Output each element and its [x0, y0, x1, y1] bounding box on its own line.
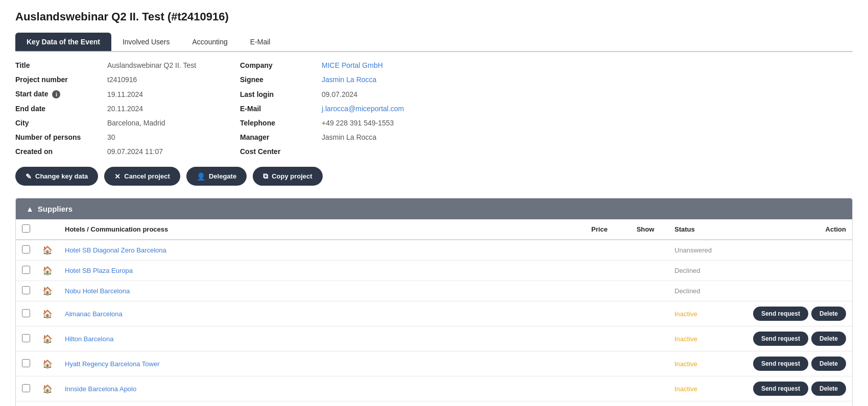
table-row: 🏠Almanac BarcelonaInactiveSend requestDe…	[16, 301, 852, 326]
key-data-grid: Title Auslandswebinar Q2 II. Test Compan…	[15, 61, 853, 156]
value-start-date: 19.11.2024	[107, 90, 240, 98]
show-cell	[622, 401, 668, 406]
tab-involved-users[interactable]: Involved Users	[111, 33, 181, 51]
delegate-button[interactable]: 👤 Delegate	[186, 167, 247, 186]
status-cell: Inactive	[668, 351, 740, 376]
delete-button[interactable]: Delete	[811, 307, 846, 321]
value-created-on: 09.07.2024 11:07	[107, 147, 240, 156]
status-badge: Inactive	[674, 335, 697, 343]
status-badge: Inactive	[674, 310, 697, 318]
show-cell	[622, 301, 668, 326]
action-cell: Send requestDelete	[740, 376, 852, 401]
col-header-action: Action	[740, 219, 852, 240]
hotel-name-link[interactable]: Innside Barcelona Apolo	[65, 385, 136, 393]
row-checkbox[interactable]	[22, 384, 30, 392]
status-cell: Declined	[668, 261, 740, 281]
col-header-name: Hotels / Communication process	[59, 219, 576, 240]
show-cell	[622, 376, 668, 401]
copy-project-button[interactable]: ⧉ Copy project	[253, 167, 322, 186]
price-cell	[576, 281, 622, 301]
tab-email[interactable]: E-Mail	[239, 33, 282, 51]
change-key-data-button[interactable]: ✎ Change key data	[15, 167, 98, 186]
send-request-button[interactable]: Send request	[753, 332, 808, 346]
status-cell: Unanswered	[668, 240, 740, 261]
show-cell	[622, 240, 668, 261]
show-cell	[622, 261, 668, 281]
value-company[interactable]: MICE Portal GmbH	[322, 61, 853, 69]
delete-button[interactable]: Delete	[811, 332, 846, 346]
value-num-persons: 30	[107, 133, 240, 141]
value-title: Auslandswebinar Q2 II. Test	[107, 61, 240, 69]
hotel-name-link[interactable]: Hotel SB Diagonal Zero Barcelona	[65, 246, 166, 254]
value-end-date: 20.11.2024	[107, 105, 240, 113]
price-cell	[576, 301, 622, 326]
value-telephone: +49 228 391 549-1553	[322, 119, 853, 127]
row-checkbox[interactable]	[22, 266, 30, 274]
action-cell: Send requestDelete	[740, 401, 852, 406]
label-project-number: Project number	[15, 75, 107, 84]
row-checkbox[interactable]	[22, 334, 30, 342]
table-row: 🏠Innside Barcelona ApoloInactiveSend req…	[16, 376, 852, 401]
label-city: City	[15, 119, 107, 127]
table-header-row: Hotels / Communication process Price Sho…	[16, 219, 852, 240]
send-request-button[interactable]: Send request	[753, 382, 808, 396]
price-cell	[576, 401, 622, 406]
value-project-number: t2410916	[107, 75, 240, 84]
send-request-button[interactable]: Send request	[753, 357, 808, 371]
status-cell: Inactive	[668, 301, 740, 326]
tab-key-data[interactable]: Key Data of the Event	[15, 33, 111, 51]
table-row: 🏠Hyatt Regency Barcelona TowerInactiveSe…	[16, 351, 852, 376]
hotel-name-link[interactable]: Nobu Hotel Barcelona	[65, 287, 130, 295]
hotel-icon: 🏠	[42, 287, 53, 295]
label-last-login: Last login	[240, 90, 322, 98]
hotel-name-link[interactable]: Hotel SB Plaza Europa	[65, 267, 133, 274]
status-cell: Inactive	[668, 326, 740, 351]
value-signee[interactable]: Jasmin La Rocca	[322, 75, 853, 84]
status-badge: Declined	[674, 267, 701, 274]
delete-button[interactable]: Delete	[811, 382, 846, 396]
hotel-name-link[interactable]: Hyatt Regency Barcelona Tower	[65, 360, 159, 368]
hotel-icon: 🏠	[42, 246, 53, 255]
status-badge: Inactive	[674, 360, 697, 368]
chevron-up-icon: ▲	[26, 205, 34, 213]
label-cost-center: Cost Center	[240, 147, 322, 156]
info-icon[interactable]: i	[52, 90, 60, 98]
label-signee: Signee	[240, 75, 322, 84]
table-row: 🏠Nobu Hotel BarcelonaDeclined	[16, 281, 852, 301]
table-row: 🏠Hotel SB Plaza EuropaDeclined	[16, 261, 852, 281]
row-checkbox[interactable]	[22, 359, 30, 367]
col-header-icon	[36, 219, 59, 240]
tab-accounting[interactable]: Accounting	[181, 33, 239, 51]
hotel-icon: 🏠	[42, 335, 53, 343]
value-email[interactable]: j.larocca@miceportal.com	[322, 105, 853, 113]
label-end-date: End date	[15, 105, 107, 113]
table-row: 🏠Hilton BarcelonaInactiveSend requestDel…	[16, 326, 852, 351]
hotel-icon: 🏠	[42, 266, 53, 275]
suppliers-table: Hotels / Communication process Price Sho…	[16, 219, 852, 406]
col-header-show: Show	[622, 219, 668, 240]
action-cell: Send requestDelete	[740, 351, 852, 376]
send-request-button[interactable]: Send request	[753, 307, 808, 321]
price-cell	[576, 376, 622, 401]
table-row: 🏠NH Collection Barcelona Gran Hotel Cald…	[16, 401, 852, 406]
hotel-name-link[interactable]: Hilton Barcelona	[65, 335, 113, 343]
hotel-name-link[interactable]: Almanac Barcelona	[65, 310, 123, 318]
show-cell	[622, 326, 668, 351]
select-all-checkbox[interactable]	[22, 224, 30, 233]
row-checkbox[interactable]	[22, 286, 30, 294]
price-cell	[576, 326, 622, 351]
cancel-project-button[interactable]: ✕ Cancel project	[104, 167, 180, 186]
row-checkbox[interactable]	[22, 309, 30, 317]
label-telephone: Telephone	[240, 119, 322, 127]
label-company: Company	[240, 61, 322, 69]
tab-bar: Key Data of the Event Involved Users Acc…	[15, 33, 853, 52]
label-manager: Manager	[240, 133, 322, 141]
price-cell	[576, 240, 622, 261]
row-checkbox[interactable]	[22, 245, 30, 253]
delegate-icon: 👤	[197, 172, 205, 181]
delete-button[interactable]: Delete	[811, 357, 846, 371]
show-cell	[622, 281, 668, 301]
hotel-icon: 🏠	[42, 310, 53, 318]
label-title: Title	[15, 61, 107, 69]
price-cell	[576, 351, 622, 376]
